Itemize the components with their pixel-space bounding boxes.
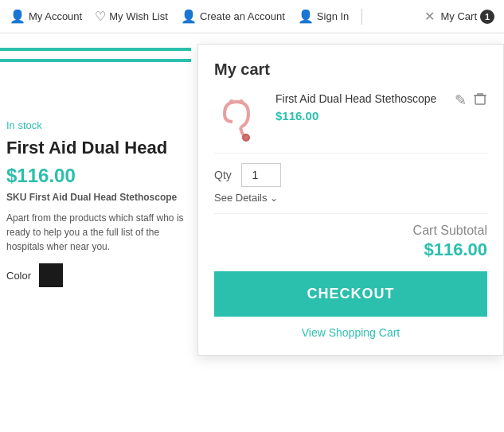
cart-title: My cart	[214, 60, 487, 79]
cart-item-actions: ✎	[455, 91, 487, 110]
top-nav: 👤 My Account ♡ My Wish List 👤 Create an …	[0, 0, 504, 33]
qty-row: Qty	[214, 163, 487, 187]
cart-dropdown: My cart First Aid Dual Head Stethoscope …	[197, 44, 504, 356]
delete-icon[interactable]	[473, 91, 487, 110]
my-cart-nav[interactable]: ✕ My Cart 1	[424, 9, 495, 24]
teal-bar-1	[0, 48, 191, 51]
see-details-toggle[interactable]: See Details ⌄	[214, 192, 487, 214]
chevron-down-icon: ⌄	[270, 193, 278, 204]
checkout-button[interactable]: CHECKOUT	[214, 271, 487, 317]
product-description: Apart from the products which staff who …	[6, 211, 185, 254]
heart-icon: ♡	[95, 9, 106, 24]
product-price: $116.00	[6, 165, 185, 187]
stock-status: In stock	[6, 119, 185, 131]
cart-item: First Aid Dual Head Stethoscope $116.00 …	[214, 91, 487, 154]
qty-input[interactable]	[241, 163, 281, 187]
product-title: First Aid Dual Head	[6, 138, 185, 158]
svg-rect-3	[475, 95, 485, 104]
cart-item-info: First Aid Dual Head Stethoscope $116.00	[275, 91, 445, 123]
signin-icon: 👤	[298, 9, 314, 24]
product-area: In stock First Aid Dual Head $116.00 SKU…	[0, 110, 191, 297]
svg-point-1	[229, 99, 234, 104]
close-icon[interactable]: ✕	[424, 9, 435, 24]
subtotal-label: Cart Subtotal	[413, 224, 487, 238]
color-swatch-black[interactable]	[39, 263, 63, 287]
cart-item-price: $116.00	[275, 109, 445, 123]
teal-bar-2	[0, 59, 191, 62]
sign-in-nav[interactable]: 👤 Sign In	[298, 9, 349, 24]
edit-icon[interactable]: ✎	[455, 91, 467, 110]
create-account-icon: 👤	[181, 9, 197, 24]
subtotal-amount: $116.00	[424, 239, 487, 260]
svg-point-2	[239, 99, 244, 104]
product-page-background: In stock First Aid Dual Head $116.00 SKU…	[0, 0, 191, 432]
create-account-nav[interactable]: 👤 Create an Account	[181, 9, 285, 24]
cart-item-name: First Aid Dual Head Stethoscope	[275, 91, 445, 106]
account-icon: 👤	[10, 9, 25, 24]
color-selector: Color	[6, 263, 185, 287]
cart-item-image	[214, 91, 266, 143]
product-sku: SKU First Aid Dual Head Stethoscope	[6, 192, 185, 203]
svg-point-0	[243, 134, 249, 141]
nav-divider	[361, 9, 362, 25]
my-account-nav[interactable]: 👤 My Account	[10, 9, 82, 24]
cart-subtotal-row: Cart Subtotal $116.00	[214, 224, 487, 260]
my-wishlist-nav[interactable]: ♡ My Wish List	[95, 9, 168, 24]
cart-badge: 1	[480, 10, 494, 24]
qty-label: Qty	[214, 169, 232, 181]
stethoscope-svg	[217, 94, 264, 142]
view-cart-link[interactable]: View Shopping Cart	[214, 326, 487, 339]
